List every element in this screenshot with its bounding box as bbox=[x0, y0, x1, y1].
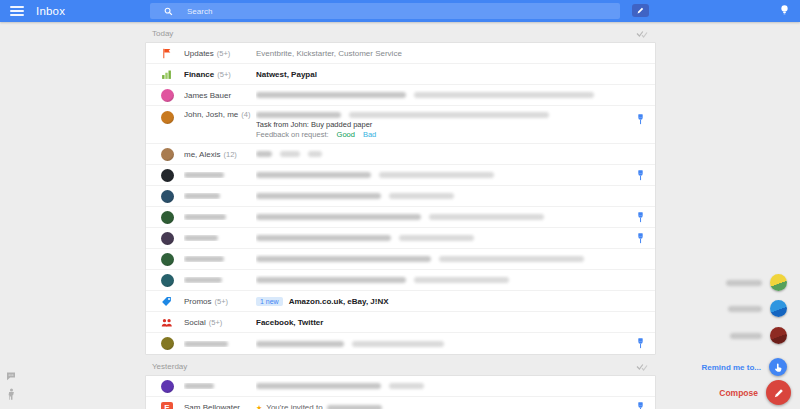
sender-cell: Updates(5+) bbox=[184, 49, 256, 58]
sender-cell bbox=[184, 277, 256, 283]
conversation-row[interactable]: me, Alexis(12) bbox=[146, 144, 655, 165]
conversation-row[interactable] bbox=[146, 207, 655, 228]
avatar-cell bbox=[161, 211, 184, 224]
page-title: Inbox bbox=[36, 5, 65, 17]
conversation-row[interactable] bbox=[146, 376, 655, 397]
remind-button[interactable] bbox=[769, 358, 787, 376]
content-cell bbox=[256, 212, 625, 223]
redacted-text bbox=[280, 151, 300, 157]
accessibility-icon[interactable] bbox=[6, 388, 17, 401]
sender-cell bbox=[184, 214, 256, 220]
contact-1-avatar[interactable] bbox=[770, 274, 787, 291]
avatar bbox=[161, 190, 174, 203]
redacted-text bbox=[184, 383, 214, 389]
pin-icon[interactable] bbox=[637, 114, 644, 125]
conversation-row[interactable] bbox=[146, 165, 655, 186]
remind-label: Remind me to... bbox=[701, 363, 761, 372]
redacted-text bbox=[379, 172, 494, 178]
bundle-row[interactable]: Finance(5+)Natwest, Paypal bbox=[146, 64, 655, 85]
chart-icon-cell bbox=[161, 69, 184, 80]
search-input[interactable]: Search bbox=[150, 3, 620, 19]
redacted-text bbox=[256, 341, 344, 347]
search-icon bbox=[164, 7, 173, 16]
redacted-text bbox=[184, 277, 222, 283]
avatar bbox=[161, 274, 174, 287]
avatar bbox=[161, 232, 174, 245]
pin-icon[interactable] bbox=[637, 233, 644, 244]
feedback-bubble-icon[interactable] bbox=[6, 371, 16, 381]
content-cell: 1 newAmazon.co.uk, eBay, J!NX bbox=[256, 296, 625, 307]
sender-count: (5+) bbox=[209, 318, 223, 327]
feedback-label: Feedback on request: bbox=[256, 130, 329, 140]
search-placeholder: Search bbox=[187, 7, 212, 16]
section-header: Yesterday bbox=[145, 355, 656, 375]
hamburger-menu-icon[interactable] bbox=[10, 6, 24, 16]
redacted-text bbox=[327, 405, 382, 409]
redacted-text bbox=[184, 256, 224, 262]
sender-cell bbox=[184, 172, 256, 178]
subject-text: Amazon.co.uk, eBay, J!NX bbox=[289, 297, 389, 306]
redacted-text bbox=[389, 193, 454, 199]
content-cell bbox=[256, 254, 625, 265]
content-cell bbox=[256, 233, 625, 244]
content-cell bbox=[256, 149, 625, 160]
redacted-text bbox=[429, 214, 544, 220]
compose-label: Compose bbox=[719, 388, 758, 398]
pin-icon[interactable] bbox=[637, 338, 644, 349]
conversation-row[interactable]: ESam Bellowater★You're invited to bbox=[146, 397, 655, 409]
conversation-row[interactable] bbox=[146, 270, 655, 291]
redacted-text bbox=[256, 193, 381, 199]
conversation-row[interactable]: John, Josh, me(4)Task from John: Buy pad… bbox=[146, 106, 655, 144]
subject-text: Facebook, Twitter bbox=[256, 318, 323, 327]
lightbulb-icon[interactable] bbox=[780, 4, 789, 17]
pin-icon[interactable] bbox=[637, 170, 644, 181]
avatar-cell bbox=[161, 111, 184, 124]
redacted-text bbox=[256, 256, 431, 262]
subject-line: ★You're invited to bbox=[256, 402, 625, 409]
feedback-action-good[interactable]: Good bbox=[337, 130, 355, 140]
pin-cell bbox=[625, 114, 655, 125]
pin-icon[interactable] bbox=[637, 212, 644, 223]
redacted-text bbox=[728, 306, 762, 312]
sender-name: John, Josh, me bbox=[184, 110, 238, 119]
sweep-button[interactable] bbox=[636, 29, 648, 38]
subject-line bbox=[256, 149, 625, 160]
content-cell bbox=[256, 90, 625, 101]
conversation-row[interactable] bbox=[146, 186, 655, 207]
redacted-text bbox=[184, 172, 224, 178]
conversation-row[interactable]: James Bauer bbox=[146, 85, 655, 106]
redacted-text bbox=[399, 235, 474, 241]
pin-icon[interactable] bbox=[637, 402, 644, 409]
contact-3-avatar[interactable] bbox=[770, 327, 787, 344]
conversation-row[interactable] bbox=[146, 333, 655, 354]
medal-icon: ★ bbox=[256, 404, 262, 409]
sender-cell: Sam Bellowater bbox=[184, 403, 256, 409]
subject-text: Natwest, Paypal bbox=[256, 70, 317, 79]
search-filter-button[interactable] bbox=[632, 4, 649, 17]
compose-button[interactable] bbox=[766, 380, 791, 405]
bundle-row[interactable]: Promos(5+)1 newAmazon.co.uk, eBay, J!NX bbox=[146, 291, 655, 312]
subject-line bbox=[256, 275, 625, 286]
subject-line bbox=[256, 191, 625, 202]
sender-cell bbox=[184, 235, 256, 241]
subject-text: Eventbrite, Kickstarter, Customer Servic… bbox=[256, 49, 402, 58]
sweep-button[interactable] bbox=[636, 362, 648, 371]
content-cell: Natwest, Paypal bbox=[256, 69, 625, 80]
avatar bbox=[161, 380, 174, 393]
letter-icon-cell: E bbox=[161, 402, 184, 409]
task-text: Task from John: Buy padded paper bbox=[256, 120, 625, 130]
redacted-text bbox=[389, 383, 424, 389]
redacted-text bbox=[726, 280, 762, 286]
tag-icon bbox=[161, 296, 172, 307]
feedback-action-bad[interactable]: Bad bbox=[363, 130, 376, 140]
sender-cell: Social(5+) bbox=[184, 318, 256, 327]
conversation-row[interactable] bbox=[146, 228, 655, 249]
bundle-row[interactable]: Social(5+)Facebook, Twitter bbox=[146, 312, 655, 333]
contact-row bbox=[726, 274, 787, 291]
bundle-row[interactable]: Updates(5+)Eventbrite, Kickstarter, Cust… bbox=[146, 43, 655, 64]
content-cell bbox=[256, 381, 625, 392]
redacted-text bbox=[184, 235, 218, 241]
contact-2-avatar[interactable] bbox=[770, 300, 787, 317]
conversation-row[interactable] bbox=[146, 249, 655, 270]
section-header: Today bbox=[145, 22, 656, 42]
